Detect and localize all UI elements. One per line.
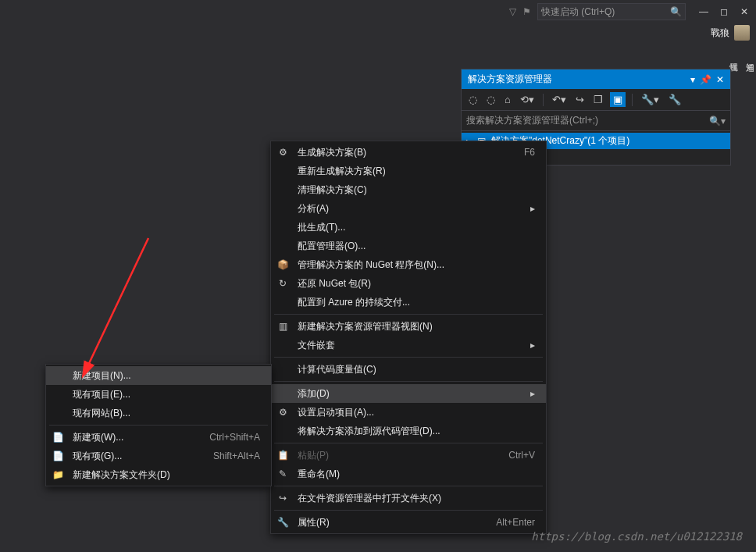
panel-search-placeholder: 搜索解决方案资源管理器(Ctrl+;): [466, 114, 709, 127]
username-label: 戰狼: [711, 27, 729, 40]
menu-item-label: 将解决方案添加到源代码管理(D)...: [298, 425, 535, 438]
menu-item-icon: 📁: [51, 469, 65, 480]
context-menu-item-2[interactable]: 清理解决方案(C): [271, 180, 546, 199]
menu-item-label: 属性(R): [298, 516, 469, 529]
menu-item-label: 管理解决方案的 NuGet 程序包(N)...: [298, 258, 535, 272]
panel-dropdown-icon[interactable]: ▾: [690, 74, 695, 85]
menu-item-shortcut: Shift+Alt+A: [213, 451, 260, 461]
context-menu-item-6[interactable]: 📦管理解决方案的 NuGet 程序包(N)...: [271, 255, 546, 274]
context-menu-item-20[interactable]: ✎重命名(M): [271, 465, 546, 483]
show-all-icon[interactable]: ▣: [610, 92, 626, 107]
chevron-right-icon: ▸: [530, 203, 535, 214]
panel-title: 解决方案资源管理器: [468, 73, 686, 86]
context-menu-item-7[interactable]: ↻还原 NuGet 包(R): [271, 274, 546, 293]
menu-item-label: 文件嵌套: [298, 339, 510, 352]
menu-item-icon: 📄: [51, 432, 65, 443]
submenu-item-0[interactable]: 新建项目(N)...: [46, 366, 271, 385]
panel-toolbar: ◌ ◌ ⌂ ⟲▾ ↶▾ ↪ ❐ ▣ 🔧▾ 🔧: [462, 89, 730, 111]
menu-item-label: 清理解决方案(C): [298, 183, 535, 197]
menu-item-shortcut: Ctrl+V: [508, 450, 535, 461]
menu-item-label: 新建解决方案资源管理器视图(N): [298, 320, 535, 333]
menu-item-label: 配置管理器(O)...: [298, 240, 535, 253]
menu-item-icon: ⚙: [276, 407, 290, 418]
menu-item-label: 分析(A): [298, 202, 510, 215]
menu-item-label: 在文件资源管理器中打开文件夹(X): [298, 492, 535, 505]
menu-item-label: 新建项目(N)...: [73, 369, 260, 383]
copy-icon[interactable]: ❐: [591, 92, 605, 107]
panel-pin-icon[interactable]: 📌: [700, 74, 711, 85]
annotation-arrow: [78, 234, 156, 383]
menu-item-icon: ↻: [276, 278, 290, 289]
flag-icon[interactable]: ⚑: [522, 6, 531, 17]
menu-item-label: 批生成(T)...: [298, 221, 535, 234]
context-menu-item-11[interactable]: 文件嵌套▸: [271, 336, 546, 354]
filter-icon[interactable]: ▽: [509, 6, 516, 17]
menu-item-shortcut: Alt+Enter: [496, 517, 535, 528]
chevron-right-icon: ▸: [530, 340, 535, 351]
back-icon[interactable]: ◌: [466, 92, 480, 107]
menu-item-label: 设置启动项目(A)...: [298, 406, 535, 419]
search-icon: 🔍▾: [709, 116, 726, 126]
panel-close-icon[interactable]: ✕: [716, 74, 724, 85]
sync-icon[interactable]: ⟲▾: [518, 92, 537, 107]
context-menu-item-17[interactable]: 将解决方案添加到源代码管理(D)...: [271, 422, 546, 440]
submenu-item-5[interactable]: 📄现有项(G)...Shift+Alt+A: [46, 447, 271, 465]
context-menu-item-24[interactable]: 🔧属性(R)Alt+Enter: [271, 513, 546, 532]
menu-item-icon: 📄: [51, 451, 65, 461]
minimize-button[interactable]: —: [698, 6, 709, 17]
menu-item-icon: ▥: [276, 321, 290, 332]
avatar[interactable]: [734, 25, 750, 41]
menu-item-label: 重新生成解决方案(R): [298, 165, 535, 178]
menu-item-label: 现有项(G)...: [73, 450, 187, 463]
context-menu-item-4[interactable]: 批生成(T)...: [271, 218, 546, 237]
context-menu-item-15[interactable]: 添加(D)▸: [271, 384, 546, 403]
wrench-icon[interactable]: 🔧: [666, 92, 683, 107]
context-menu-item-10[interactable]: ▥新建解决方案资源管理器视图(N): [271, 317, 546, 336]
watermark: https://blog.csdn.net/u012122318: [531, 530, 742, 543]
home-icon[interactable]: ⌂: [502, 92, 513, 107]
quick-launch-input[interactable]: 快速启动 (Ctrl+Q) 🔍: [537, 3, 686, 20]
submenu-item-4[interactable]: 📄新建项(W)...Ctrl+Shift+A: [46, 428, 271, 447]
menu-item-label: 现有项目(E)...: [73, 388, 260, 401]
menu-item-icon: 📋: [276, 450, 290, 461]
menu-item-label: 新建解决方案文件夹(D): [73, 468, 260, 482]
menu-item-label: 现有网站(B)...: [73, 407, 260, 420]
context-menu-item-0[interactable]: ⚙生成解决方案(B)F6: [271, 143, 546, 162]
context-menu-item-3[interactable]: 分析(A)▸: [271, 199, 546, 218]
submenu-item-1[interactable]: 现有项目(E)...: [46, 385, 271, 404]
menu-item-label: 计算代码度量值(C): [298, 363, 535, 376]
properties-icon[interactable]: 🔧▾: [639, 92, 662, 107]
menu-item-label: 配置到 Azure 的持续交付...: [298, 296, 535, 309]
menu-item-label: 生成解决方案(B): [298, 146, 497, 159]
context-menu-item-8[interactable]: 配置到 Azure 的持续交付...: [271, 293, 546, 312]
menu-item-icon: 🔧: [276, 517, 290, 528]
context-menu-item-5[interactable]: 配置管理器(O)...: [271, 237, 546, 255]
menu-item-icon: 📦: [276, 259, 290, 270]
forward-icon[interactable]: ◌: [484, 92, 497, 107]
add-submenu: 新建项目(N)...现有项目(E)...现有网站(B)...📄新建项(W)...…: [45, 364, 272, 486]
menu-item-icon: ↪: [276, 493, 290, 504]
search-icon: 🔍: [670, 6, 682, 17]
menu-item-icon: ⚙: [276, 147, 290, 158]
context-menu: ⚙生成解决方案(B)F6重新生成解决方案(R)清理解决方案(C)分析(A)▸批生…: [270, 141, 547, 534]
context-menu-item-13[interactable]: 计算代码度量值(C): [271, 360, 546, 379]
menu-item-label: 重命名(M): [298, 468, 535, 481]
svg-line-0: [84, 238, 148, 373]
menu-item-label: 新建项(W)...: [73, 431, 183, 444]
history-icon[interactable]: ↶▾: [550, 92, 569, 107]
submenu-item-6[interactable]: 📁新建解决方案文件夹(D): [46, 465, 271, 484]
context-menu-item-1[interactable]: 重新生成解决方案(R): [271, 162, 546, 180]
menu-item-shortcut: Ctrl+Shift+A: [209, 432, 260, 443]
quick-launch-placeholder: 快速启动 (Ctrl+Q): [541, 5, 670, 19]
context-menu-item-19: 📋粘贴(P)Ctrl+V: [271, 446, 546, 465]
panel-search-input[interactable]: 搜索解决方案资源管理器(Ctrl+;) 🔍▾: [462, 111, 730, 131]
redo-icon[interactable]: ↪: [573, 92, 587, 107]
context-menu-item-16[interactable]: ⚙设置启动项目(A)...: [271, 403, 546, 422]
maximize-button[interactable]: ◻: [719, 6, 729, 17]
submenu-item-2[interactable]: 现有网站(B)...: [46, 404, 271, 422]
context-menu-item-22[interactable]: ↪在文件资源管理器中打开文件夹(X): [271, 489, 546, 507]
menu-item-shortcut: F6: [524, 147, 535, 158]
close-button[interactable]: ✕: [739, 6, 750, 17]
menu-item-label: 粘贴(P): [298, 449, 482, 462]
menu-item-icon: ✎: [276, 468, 290, 479]
